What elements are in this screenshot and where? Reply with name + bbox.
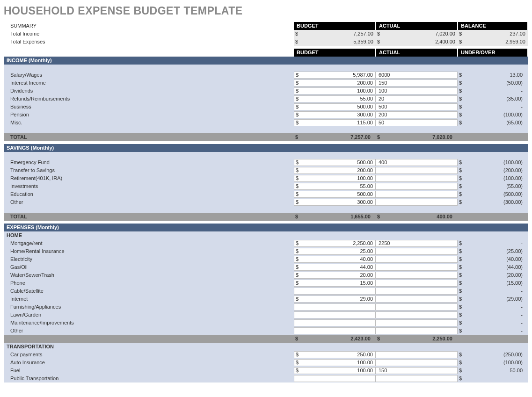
uo-cell: $- [458,287,528,295]
budget-cell[interactable]: $115.00 [294,119,376,127]
line-item: Retirement(401K, IRA) $100.00 $(100.00) [4,174,528,182]
actual-cell[interactable] [376,255,458,263]
actual-cell[interactable] [376,327,458,335]
budget-cell[interactable]: $100.00 [294,174,376,182]
budget-cell[interactable]: $20.00 [294,271,376,279]
budget-cell[interactable]: $200.00 [294,166,376,174]
actual-cell[interactable]: 50 [376,119,458,127]
line-item: Water/Sewer/Trash $20.00 $(20.00) [4,271,528,279]
actual-cell[interactable] [376,198,458,206]
category-header: HOME [4,231,528,239]
budget-cell[interactable]: $500.00 [294,103,376,111]
actual-cell[interactable]: 400 [376,159,458,166]
actual-cell[interactable] [376,279,458,287]
page-title: HOUSEHOLD EXPENSE BUDGET TEMPLATE [4,5,528,17]
line-item: Car payments $250.00 $(250.00) [4,351,528,359]
section-header: SAVINGS (Monthly) [4,144,528,152]
budget-cell[interactable]: $300.00 [294,198,376,206]
uo-cell: $(100.00) [458,359,528,367]
line-item: Mortgage/rent $2,250.00 2250 $- [4,239,528,247]
actual-cell[interactable] [376,271,458,279]
line-item: Misc. $115.00 50 $(65.00) [4,119,528,127]
line-item: Gas/Oil $44.00 $(44.00) [4,263,528,271]
uo-cell: $50.00 [458,367,528,375]
actual-cell[interactable]: 20 [376,95,458,103]
actual-cell[interactable]: 150 [376,79,458,87]
budget-cell[interactable]: $44.00 [294,263,376,271]
budget-cell[interactable]: $55.00 [294,182,376,190]
budget-cell[interactable]: $500.00 [294,159,376,166]
col-budget2: BUDGET [294,49,376,57]
budget-table: SUMMARY BUDGET ACTUAL BALANCE Total Inco… [4,22,528,383]
category-subtotal: $2,423.00 $2,250.00 [4,335,528,343]
actual-cell[interactable] [376,182,458,190]
actual-cell[interactable]: 500 [376,103,458,111]
actual-cell[interactable]: 150 [376,367,458,375]
line-item: Home/Rental Insurance $25.00 $(25.00) [4,247,528,255]
line-item: Transfer to Savings $200.00 $(200.00) [4,166,528,174]
budget-cell[interactable]: $500.00 [294,190,376,198]
actual-cell[interactable] [376,166,458,174]
actual-cell[interactable] [376,359,458,367]
uo-cell: $(40.00) [458,255,528,263]
budget-cell[interactable] [294,303,376,311]
actual-cell[interactable] [376,247,458,255]
summary-row: Total Income $7,257.00 $7,020.00 $237.00 [4,30,528,38]
summary-heading: SUMMARY [4,22,294,30]
budget-cell[interactable]: $100.00 [294,359,376,367]
uo-cell: $- [458,311,528,319]
actual-cell[interactable] [376,319,458,327]
actual-cell[interactable] [376,303,458,311]
budget-cell[interactable]: $200.00 [294,79,376,87]
line-item: Cable/Satellite $- [4,287,528,295]
budget-cell[interactable]: $29.00 [294,295,376,303]
budget-cell[interactable] [294,311,376,319]
budget-cell[interactable]: $100.00 [294,87,376,95]
uo-cell: $- [458,103,528,111]
uo-cell: $(500.00) [458,190,528,198]
budget-cell[interactable] [294,327,376,335]
line-item: Education $500.00 $(500.00) [4,190,528,198]
line-item: Fuel $100.00 150 $50.00 [4,367,528,375]
budget-cell[interactable]: $300.00 [294,111,376,119]
section-total: TOTAL $1,655.00 $400.00 [4,213,528,221]
actual-cell[interactable] [376,375,458,383]
actual-cell[interactable]: 200 [376,111,458,119]
uo-cell: $- [458,327,528,335]
uo-cell: $- [458,239,528,247]
budget-cell[interactable]: $25.00 [294,247,376,255]
actual-cell[interactable] [376,295,458,303]
line-item: Auto Insurance $100.00 $(100.00) [4,359,528,367]
uo-cell: $(20.00) [458,271,528,279]
budget-cell[interactable]: $15.00 [294,279,376,287]
actual-cell[interactable]: 6000 [376,71,458,79]
budget-cell[interactable]: $100.00 [294,367,376,375]
budget-cell[interactable]: $5,987.00 [294,71,376,79]
actual-cell[interactable] [376,287,458,295]
budget-cell[interactable] [294,287,376,295]
line-item: Lawn/Garden $- [4,311,528,319]
uo-cell: $- [458,87,528,95]
budget-cell[interactable] [294,319,376,327]
actual-cell[interactable] [376,311,458,319]
uo-cell: $(250.00) [458,351,528,359]
uo-cell: $(35.00) [458,95,528,103]
line-item: Dividends $100.00 100 $- [4,87,528,95]
line-item: Phone $15.00 $(15.00) [4,279,528,287]
line-item: Business $500.00 500 $- [4,103,528,111]
budget-cell[interactable]: $2,250.00 [294,239,376,247]
actual-cell[interactable]: 2250 [376,239,458,247]
actual-cell[interactable] [376,351,458,359]
actual-cell[interactable]: 100 [376,87,458,95]
actual-cell[interactable] [376,190,458,198]
budget-cell[interactable] [294,375,376,383]
actual-cell[interactable] [376,263,458,271]
budget-cell[interactable]: $250.00 [294,351,376,359]
budget-cell[interactable]: $55.00 [294,95,376,103]
uo-cell: $(200.00) [458,166,528,174]
uo-cell: $(100.00) [458,159,528,166]
budget-cell[interactable]: $40.00 [294,255,376,263]
actual-cell[interactable] [376,174,458,182]
section-header: EXPENSES (Monthly) [4,224,528,231]
uo-cell: $(50.00) [458,79,528,87]
